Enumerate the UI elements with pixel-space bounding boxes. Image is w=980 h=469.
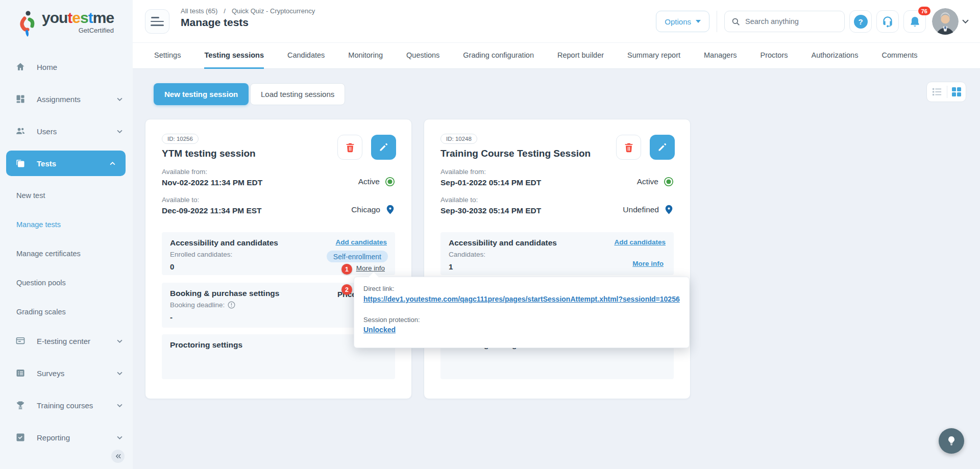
tab-comments[interactable]: Comments <box>881 43 917 69</box>
breadcrumb-all-tests[interactable]: All tests (65) <box>181 7 217 15</box>
user-avatar-image <box>932 8 959 35</box>
available-to-value: Sep-30-2032 05:14 PM EDT <box>440 206 541 215</box>
sidebar-item-assignments[interactable]: Assignments <box>0 86 133 112</box>
brand-mark-icon <box>17 10 37 38</box>
trash-icon <box>623 142 634 153</box>
sidebar-item-etesting-center[interactable]: E-testing center <box>0 328 133 354</box>
sidebar-item-home[interactable]: Home <box>0 54 133 80</box>
global-search[interactable] <box>724 11 845 32</box>
direct-link-label: Direct link: <box>363 285 680 292</box>
sidebar-item-question-pools[interactable]: Question pools <box>0 270 133 295</box>
available-from-label: Available from: <box>162 168 262 176</box>
bell-icon <box>909 15 921 28</box>
sidebar-item-surveys[interactable]: Surveys <box>0 360 133 386</box>
breadcrumb-test-name[interactable]: Quick Quiz - Cryptocurrency <box>232 7 315 15</box>
list-view-button[interactable] <box>932 87 943 96</box>
sidebar-collapse-button[interactable] <box>111 450 125 463</box>
status-text: Active <box>637 177 658 186</box>
testing-session-card-10256: ID: 10256 YTM testing session Available … <box>145 119 412 399</box>
tab-monitoring[interactable]: Monitoring <box>348 43 383 69</box>
direct-link-url[interactable]: https://dev1.youtestme.com/qagc111pres/p… <box>363 295 680 303</box>
help-button[interactable]: ? <box>849 10 872 33</box>
divider <box>947 86 947 98</box>
tab-summary-report[interactable]: Summary report <box>627 43 680 69</box>
support-button[interactable] <box>876 10 899 33</box>
sidebar-item-reporting[interactable]: Reporting <box>0 425 133 450</box>
timezone-text: Undefined <box>623 205 659 214</box>
sidebar-item-new-test[interactable]: New test <box>0 183 133 208</box>
add-candidates-link[interactable]: Add candidates <box>614 238 666 246</box>
breadcrumb: All tests (65) / Quick Quiz - Cryptocurr… <box>181 7 315 15</box>
info-icon[interactable] <box>228 301 235 309</box>
search-input[interactable] <box>745 17 832 26</box>
delete-session-button[interactable] <box>337 135 362 160</box>
location-pin-icon[interactable] <box>664 204 674 215</box>
tab-testing-sessions[interactable]: Testing sessions <box>204 43 264 69</box>
question-mark-icon: ? <box>854 15 868 29</box>
pencil-icon <box>378 142 389 153</box>
edit-session-button[interactable] <box>650 135 675 160</box>
more-info-link[interactable]: More info <box>356 264 385 272</box>
load-testing-sessions-button[interactable]: Load testing sessions <box>250 83 345 105</box>
menu-toggle-button[interactable] <box>145 9 169 34</box>
training-courses-icon <box>15 400 26 410</box>
status-active-icon <box>664 177 674 187</box>
help-tips-fab-button[interactable] <box>939 428 964 454</box>
tab-grading-configuration[interactable]: Grading configuration <box>463 43 534 69</box>
chevron-down-icon <box>117 339 122 343</box>
tab-candidates[interactable]: Candidates <box>287 43 325 69</box>
chevron-down-icon <box>117 97 122 101</box>
double-chevron-left-icon <box>115 454 121 459</box>
search-icon <box>731 17 741 27</box>
reporting-icon <box>15 432 26 442</box>
profile-menu-button[interactable] <box>962 19 969 23</box>
tab-authorizations[interactable]: Authorizations <box>812 43 859 69</box>
etesting-center-icon <box>15 336 26 346</box>
sidebar-item-training-courses[interactable]: Training courses <box>0 392 133 418</box>
tab-managers[interactable]: Managers <box>704 43 737 69</box>
new-testing-session-button[interactable]: New testing session <box>154 83 249 105</box>
sidebar-item-users[interactable]: Users <box>0 118 133 144</box>
session-protection-label: Session protection: <box>363 316 680 324</box>
notifications-button[interactable]: 76 <box>903 10 926 33</box>
tab-report-builder[interactable]: Report builder <box>557 43 604 69</box>
self-enrollment-badge[interactable]: Self-enrollment <box>327 251 388 262</box>
delete-session-button[interactable] <box>616 135 641 160</box>
booking-deadline-label: Booking deadline: <box>170 301 225 309</box>
chevron-down-icon <box>117 436 122 439</box>
tab-questions[interactable]: Questions <box>406 43 439 69</box>
brand-logo: youtestme GetCertified <box>0 0 133 38</box>
avatar[interactable] <box>932 8 959 35</box>
edit-session-button[interactable] <box>371 135 396 160</box>
timezone-text: Chicago <box>351 205 380 214</box>
chevron-down-icon <box>117 130 122 133</box>
sidebar-item-grading-scales[interactable]: Grading scales <box>0 299 133 324</box>
grid-view-icon <box>951 87 962 97</box>
notification-count-badge: 76 <box>918 7 930 15</box>
tab-proctors[interactable]: Proctors <box>761 43 788 69</box>
chevron-up-icon <box>110 162 115 165</box>
list-view-icon <box>932 87 943 96</box>
brand-name: youtestme <box>42 10 114 26</box>
main-content: New testing session Load testing session… <box>133 69 980 469</box>
candidates-label: Candidates: <box>449 251 666 258</box>
session-protection-link[interactable]: Unlocked <box>363 326 396 334</box>
available-from-label: Available from: <box>440 168 541 176</box>
chevron-down-icon <box>962 19 969 23</box>
location-pin-icon[interactable] <box>385 204 395 215</box>
available-to-label: Available to: <box>162 196 262 204</box>
available-from-value: Nov-02-2022 11:34 PM EDT <box>162 178 262 187</box>
sidebar-item-manage-certificates[interactable]: Manage certificates <box>0 241 133 266</box>
add-candidates-link[interactable]: Add candidates <box>335 238 387 246</box>
brand-tagline: GetCertified <box>79 27 114 34</box>
trash-icon <box>345 142 356 153</box>
surveys-icon <box>15 368 26 378</box>
sidebar-item-manage-tests[interactable]: Manage tests <box>0 212 133 237</box>
topbar: All tests (65) / Quick Quiz - Cryptocurr… <box>133 0 980 43</box>
sidebar-item-tests[interactable]: Tests <box>6 151 126 176</box>
options-button[interactable]: Options <box>656 11 709 32</box>
tab-bar: Settings Testing sessions Candidates Mon… <box>133 43 980 69</box>
more-info-link[interactable]: More info <box>632 260 664 267</box>
grid-view-button[interactable] <box>951 87 962 97</box>
tab-settings[interactable]: Settings <box>154 43 181 69</box>
